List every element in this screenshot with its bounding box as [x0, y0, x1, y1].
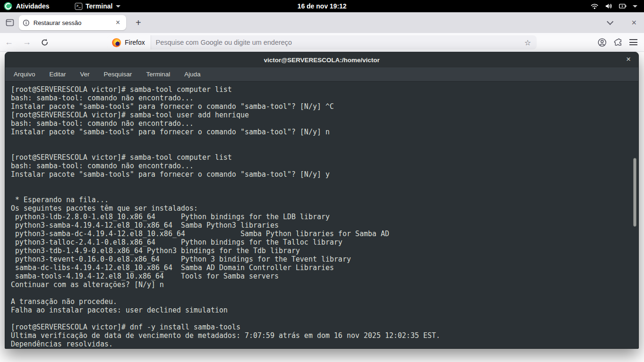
forward-button[interactable]: → — [18, 35, 36, 49]
gnome-top-bar: Atividades >_ Terminal 16 de nov 19:12 — [0, 0, 644, 12]
wifi-icon — [590, 2, 599, 10]
navigation-toolbar: ← → Firefox ☆ — [0, 33, 644, 52]
firefox-view-icon — [5, 18, 15, 27]
account-icon[interactable] — [597, 38, 607, 47]
terminal-title: victor@SERVERESCOLA:/home/victor — [264, 57, 379, 64]
terminal-menubar: Arquivo Editar Ver Pesquisar Terminal Aj… — [5, 67, 638, 82]
menu-editar[interactable]: Editar — [49, 71, 66, 78]
terminal-window: victor@SERVERESCOLA:/home/victor × Arqui… — [5, 52, 639, 349]
terminal-output: [root@SERVERESCOLA victor]# samba-tool c… — [5, 82, 638, 348]
menu-arquivo[interactable]: Arquivo — [14, 71, 35, 78]
back-button[interactable]: ← — [0, 35, 18, 49]
firefox-view-button[interactable] — [4, 16, 16, 29]
reload-button[interactable] — [40, 38, 49, 47]
activities-button[interactable]: Atividades — [16, 2, 49, 10]
battery-charging-icon — [619, 2, 627, 10]
app-menu-caret-icon — [116, 5, 121, 8]
terminal-scrollbar-thumb[interactable] — [633, 158, 636, 227]
tab-bar: Restaurar sessão × + × — [0, 12, 644, 33]
tab-close-icon[interactable]: × — [113, 18, 122, 27]
browser-close-icon[interactable]: × — [631, 18, 636, 27]
firefox-logo-icon — [112, 38, 121, 47]
menu-ajuda[interactable]: Ajuda — [184, 71, 201, 78]
menu-terminal[interactable]: Terminal — [146, 71, 170, 78]
terminal-app-icon: >_ — [75, 3, 82, 10]
focused-app-menu[interactable]: >_ Terminal — [75, 2, 121, 10]
list-all-tabs-icon[interactable] — [607, 18, 613, 25]
url-bar[interactable]: Firefox ☆ — [107, 35, 537, 49]
info-icon — [23, 19, 30, 26]
app-menu-icon[interactable] — [629, 39, 637, 45]
terminal-close-icon[interactable]: × — [626, 54, 631, 65]
terminal-titlebar[interactable]: victor@SERVERESCOLA:/home/victor × — [5, 52, 638, 67]
distro-logo-icon — [4, 2, 12, 10]
system-menu-caret-icon[interactable] — [633, 5, 637, 8]
menu-ver[interactable]: Ver — [80, 71, 89, 78]
extensions-puzzle-icon[interactable] — [613, 38, 623, 47]
terminal-body[interactable]: [root@SERVERESCOLA victor]# samba-tool c… — [5, 82, 638, 348]
identity-chip: Firefox — [107, 35, 151, 49]
volume-icon — [604, 2, 613, 10]
tab-restaurar-sessao[interactable]: Restaurar sessão × — [19, 15, 126, 30]
menu-pesquisar[interactable]: Pesquisar — [104, 71, 132, 78]
bookmark-star-icon[interactable]: ☆ — [524, 38, 537, 47]
new-tab-button[interactable]: + — [132, 17, 145, 28]
url-input[interactable] — [151, 39, 524, 46]
tab-title: Restaurar sessão — [33, 19, 110, 26]
